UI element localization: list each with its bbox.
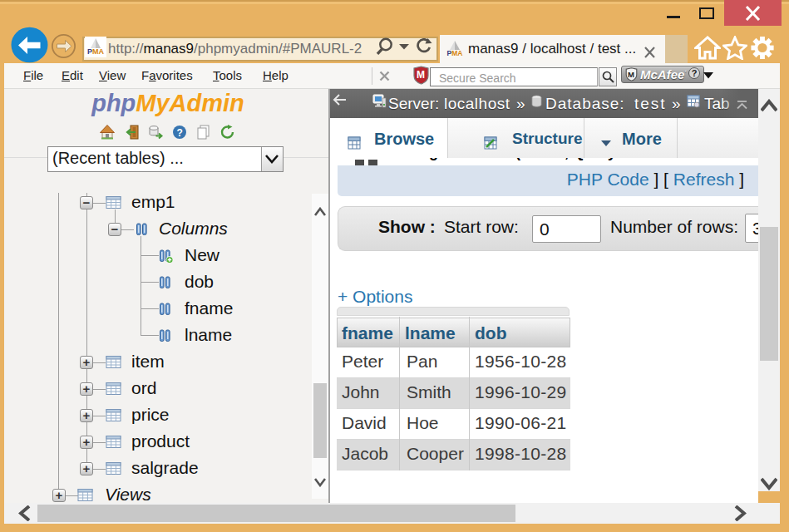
svg-text:?: ?: [177, 127, 183, 139]
svg-text:M: M: [628, 70, 634, 79]
svg-text:M: M: [417, 69, 425, 81]
svg-text:PMA: PMA: [447, 49, 463, 57]
svg-text:PMA: PMA: [87, 47, 105, 56]
